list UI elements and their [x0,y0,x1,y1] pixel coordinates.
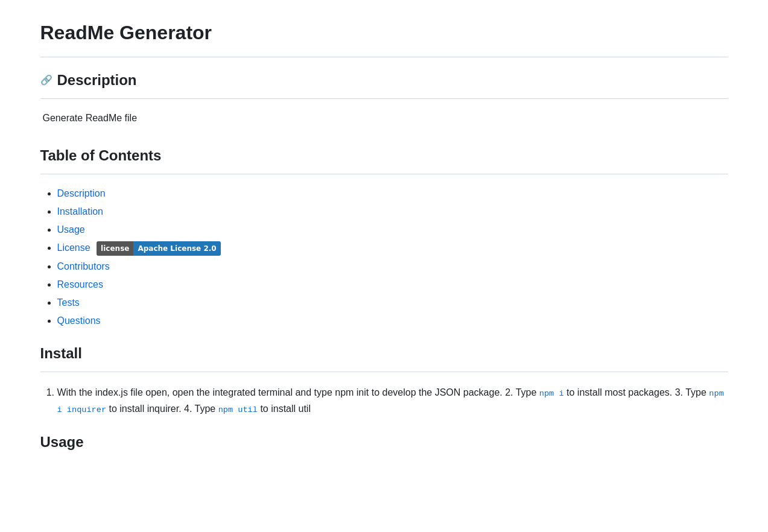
install-divider [40,372,728,372]
code-npm-i: npm i [539,389,564,398]
license-badge: license Apache License 2.0 [97,241,221,256]
toc-link-usage[interactable]: Usage [57,224,85,235]
toc-link-description[interactable]: Description [57,188,106,198]
list-item: Questions [57,314,728,328]
list-item: With the index.js file open, open the in… [57,384,728,417]
toc-heading: Table of Contents [40,140,728,166]
description-heading-text: Description [57,69,137,91]
list-item: Description [57,186,728,201]
badge-label: license [97,241,133,256]
code-npm-inquirer: npm i inquirer [57,389,724,414]
install-heading: Install [40,343,728,364]
usage-heading: Usage [40,431,728,453]
page-title: ReadMe Generator [40,18,728,47]
description-section: 🔗 Description Generate ReadMe file [40,69,728,125]
list-item: License license Apache License 2.0 [57,241,728,256]
toc-list: Description Installation Usage License l… [40,186,728,328]
toc-divider [40,174,728,174]
install-steps: With the index.js file open, open the in… [40,384,728,417]
toc-link-tests[interactable]: Tests [57,297,80,308]
title-divider [40,57,728,57]
toc-link-license[interactable]: License [57,242,90,253]
toc-link-resources[interactable]: Resources [57,279,103,290]
toc-link-contributors[interactable]: Contributors [57,261,110,271]
list-item: Contributors [57,259,728,274]
install-section: Install With the index.js file open, ope… [40,343,728,417]
toc-link-installation[interactable]: Installation [57,206,104,217]
link-icon: 🔗 [40,73,52,87]
toc-section: Table of Contents Description Installati… [40,140,728,328]
code-npm-util: npm util [218,405,258,414]
list-item: Tests [57,296,728,310]
list-item: Installation [57,204,728,219]
description-text: Generate ReadMe file [43,111,728,125]
list-item: Resources [57,277,728,292]
description-heading: 🔗 Description [40,69,728,91]
page-container: ReadMe Generator 🔗 Description Generate … [16,0,752,471]
list-item: Usage [57,223,728,237]
badge-value: Apache License 2.0 [133,241,220,256]
description-divider [40,98,728,99]
toc-link-questions[interactable]: Questions [57,315,101,326]
